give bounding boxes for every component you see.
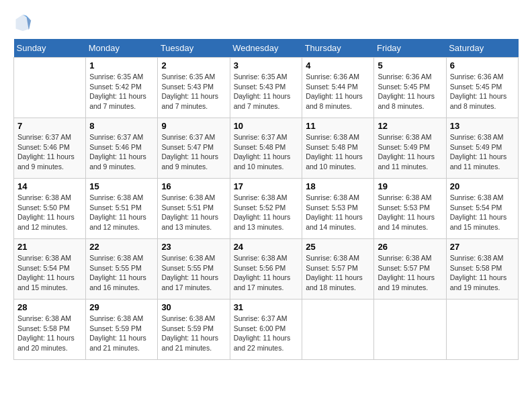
calendar-cell: 21Sunrise: 6:38 AMSunset: 5:54 PMDayligh…	[14, 239, 86, 300]
day-info: Sunrise: 6:38 AMSunset: 5:58 PMDaylight:…	[450, 253, 515, 293]
day-number: 14	[17, 181, 82, 191]
day-number: 12	[378, 121, 442, 131]
day-info: Sunrise: 6:37 AMSunset: 5:46 PMDaylight:…	[17, 132, 82, 172]
calendar-week-row: 7Sunrise: 6:37 AMSunset: 5:46 PMDaylight…	[14, 118, 519, 179]
day-info: Sunrise: 6:38 AMSunset: 5:59 PMDaylight:…	[161, 314, 226, 353]
calendar-cell: 25Sunrise: 6:38 AMSunset: 5:57 PMDayligh…	[302, 239, 374, 300]
day-number: 22	[89, 242, 154, 252]
calendar-cell: 13Sunrise: 6:38 AMSunset: 5:49 PMDayligh…	[446, 118, 518, 179]
col-sunday: Sunday	[14, 39, 86, 58]
day-info: Sunrise: 6:37 AMSunset: 5:47 PMDaylight:…	[161, 132, 226, 172]
day-info: Sunrise: 6:38 AMSunset: 5:54 PMDaylight:…	[450, 193, 515, 232]
day-info: Sunrise: 6:38 AMSunset: 5:57 PMDaylight:…	[378, 253, 442, 293]
day-info: Sunrise: 6:38 AMSunset: 5:53 PMDaylight:…	[378, 193, 442, 232]
calendar-cell: 29Sunrise: 6:38 AMSunset: 5:59 PMDayligh…	[86, 300, 158, 360]
calendar-cell: 12Sunrise: 6:38 AMSunset: 5:49 PMDayligh…	[374, 118, 446, 179]
day-number: 27	[450, 242, 515, 252]
page-header	[13, 13, 519, 32]
day-number: 9	[161, 121, 226, 131]
calendar-cell: 22Sunrise: 6:38 AMSunset: 5:55 PMDayligh…	[86, 239, 158, 300]
logo	[13, 13, 35, 32]
day-number: 2	[161, 60, 226, 71]
day-info: Sunrise: 6:38 AMSunset: 5:51 PMDaylight:…	[89, 193, 154, 232]
day-info: Sunrise: 6:38 AMSunset: 5:52 PMDaylight:…	[234, 193, 299, 232]
day-number: 26	[378, 242, 442, 252]
day-info: Sunrise: 6:38 AMSunset: 5:55 PMDaylight:…	[89, 253, 154, 293]
day-info: Sunrise: 6:38 AMSunset: 5:55 PMDaylight:…	[161, 253, 226, 293]
day-info: Sunrise: 6:38 AMSunset: 5:49 PMDaylight:…	[378, 132, 442, 172]
day-number: 19	[378, 181, 442, 191]
calendar-cell: 6Sunrise: 6:36 AMSunset: 5:45 PMDaylight…	[446, 58, 518, 118]
day-number: 11	[306, 121, 370, 131]
day-number: 25	[306, 242, 370, 252]
day-info: Sunrise: 6:36 AMSunset: 5:44 PMDaylight:…	[306, 72, 370, 111]
calendar-cell: 11Sunrise: 6:38 AMSunset: 5:48 PMDayligh…	[302, 118, 374, 179]
calendar-cell: 28Sunrise: 6:38 AMSunset: 5:58 PMDayligh…	[14, 300, 86, 360]
day-info: Sunrise: 6:38 AMSunset: 5:59 PMDaylight:…	[89, 314, 154, 353]
calendar-week-row: 21Sunrise: 6:38 AMSunset: 5:54 PMDayligh…	[14, 239, 519, 300]
calendar-cell: 20Sunrise: 6:38 AMSunset: 5:54 PMDayligh…	[446, 179, 518, 239]
col-thursday: Thursday	[302, 39, 374, 58]
calendar-cell: 1Sunrise: 6:35 AMSunset: 5:42 PMDaylight…	[86, 58, 158, 118]
day-number: 15	[89, 181, 154, 191]
day-number: 10	[234, 121, 299, 131]
calendar-cell: 8Sunrise: 6:37 AMSunset: 5:46 PMDaylight…	[86, 118, 158, 179]
calendar-cell: 5Sunrise: 6:36 AMSunset: 5:45 PMDaylight…	[374, 58, 446, 118]
day-info: Sunrise: 6:37 AMSunset: 5:46 PMDaylight:…	[89, 132, 154, 172]
calendar-cell: 24Sunrise: 6:38 AMSunset: 5:56 PMDayligh…	[230, 239, 302, 300]
day-number: 24	[234, 242, 299, 252]
day-number: 3	[234, 60, 299, 71]
col-wednesday: Wednesday	[230, 39, 302, 58]
calendar-week-row: 28Sunrise: 6:38 AMSunset: 5:58 PMDayligh…	[14, 300, 519, 360]
calendar-header-row: Sunday Monday Tuesday Wednesday Thursday…	[14, 39, 519, 58]
day-info: Sunrise: 6:38 AMSunset: 5:51 PMDaylight:…	[161, 193, 226, 232]
day-number: 30	[161, 302, 226, 312]
day-info: Sunrise: 6:35 AMSunset: 5:42 PMDaylight:…	[89, 72, 154, 111]
day-number: 13	[450, 121, 515, 131]
day-info: Sunrise: 6:37 AMSunset: 6:00 PMDaylight:…	[234, 314, 299, 353]
day-number: 18	[306, 181, 370, 191]
day-info: Sunrise: 6:37 AMSunset: 5:48 PMDaylight:…	[234, 132, 299, 172]
calendar-cell	[446, 300, 518, 360]
day-number: 31	[234, 302, 299, 312]
calendar-cell: 4Sunrise: 6:36 AMSunset: 5:44 PMDaylight…	[302, 58, 374, 118]
calendar-cell: 14Sunrise: 6:38 AMSunset: 5:50 PMDayligh…	[14, 179, 86, 239]
calendar-cell: 15Sunrise: 6:38 AMSunset: 5:51 PMDayligh…	[86, 179, 158, 239]
col-monday: Monday	[86, 39, 158, 58]
day-number: 1	[89, 60, 154, 71]
col-friday: Friday	[374, 39, 446, 58]
day-info: Sunrise: 6:36 AMSunset: 5:45 PMDaylight:…	[450, 72, 515, 111]
day-number: 17	[234, 181, 299, 191]
day-number: 28	[17, 302, 82, 312]
calendar-table: Sunday Monday Tuesday Wednesday Thursday…	[13, 39, 519, 360]
day-number: 6	[450, 60, 515, 71]
calendar-cell	[14, 58, 86, 118]
day-info: Sunrise: 6:38 AMSunset: 5:58 PMDaylight:…	[17, 314, 82, 353]
calendar-cell: 3Sunrise: 6:35 AMSunset: 5:43 PMDaylight…	[230, 58, 302, 118]
day-info: Sunrise: 6:38 AMSunset: 5:48 PMDaylight:…	[306, 132, 370, 172]
day-info: Sunrise: 6:38 AMSunset: 5:54 PMDaylight:…	[17, 253, 82, 293]
calendar-cell: 16Sunrise: 6:38 AMSunset: 5:51 PMDayligh…	[158, 179, 230, 239]
day-number: 29	[89, 302, 154, 312]
calendar-cell: 30Sunrise: 6:38 AMSunset: 5:59 PMDayligh…	[158, 300, 230, 360]
logo-icon	[13, 13, 32, 32]
calendar-cell: 17Sunrise: 6:38 AMSunset: 5:52 PMDayligh…	[230, 179, 302, 239]
col-tuesday: Tuesday	[158, 39, 230, 58]
calendar-week-row: 14Sunrise: 6:38 AMSunset: 5:50 PMDayligh…	[14, 179, 519, 239]
calendar-cell: 26Sunrise: 6:38 AMSunset: 5:57 PMDayligh…	[374, 239, 446, 300]
day-number: 23	[161, 242, 226, 252]
calendar-cell: 2Sunrise: 6:35 AMSunset: 5:43 PMDaylight…	[158, 58, 230, 118]
day-number: 21	[17, 242, 82, 252]
calendar-cell: 19Sunrise: 6:38 AMSunset: 5:53 PMDayligh…	[374, 179, 446, 239]
day-info: Sunrise: 6:38 AMSunset: 5:57 PMDaylight:…	[306, 253, 370, 293]
calendar-cell: 27Sunrise: 6:38 AMSunset: 5:58 PMDayligh…	[446, 239, 518, 300]
day-number: 20	[450, 181, 515, 191]
day-info: Sunrise: 6:38 AMSunset: 5:53 PMDaylight:…	[306, 193, 370, 232]
calendar-cell: 18Sunrise: 6:38 AMSunset: 5:53 PMDayligh…	[302, 179, 374, 239]
calendar-cell: 9Sunrise: 6:37 AMSunset: 5:47 PMDaylight…	[158, 118, 230, 179]
calendar-cell: 31Sunrise: 6:37 AMSunset: 6:00 PMDayligh…	[230, 300, 302, 360]
day-info: Sunrise: 6:35 AMSunset: 5:43 PMDaylight:…	[234, 72, 299, 111]
col-saturday: Saturday	[446, 39, 518, 58]
day-info: Sunrise: 6:38 AMSunset: 5:50 PMDaylight:…	[17, 193, 82, 232]
calendar-cell	[374, 300, 446, 360]
